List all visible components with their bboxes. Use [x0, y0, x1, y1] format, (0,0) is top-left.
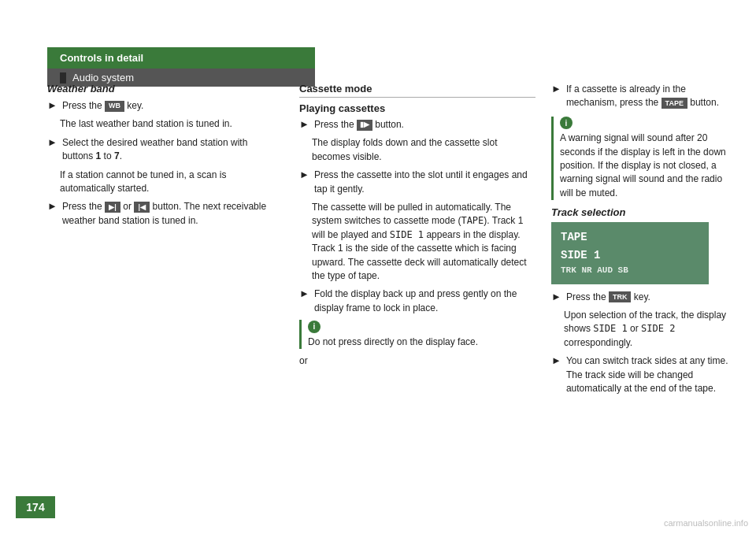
trk-key: TRK: [609, 291, 632, 302]
tape-key: TAPE: [662, 98, 687, 109]
bullet-arrow: ►: [551, 83, 561, 95]
display-screen: TAPE SIDE 1 TRK NR AUD SB: [551, 222, 709, 284]
bullet-arrow: ►: [299, 287, 309, 299]
left-column: Weather band ► Press the WB key. The las…: [47, 83, 276, 400]
bullet-item: ► Select the desired weather band statio…: [47, 136, 276, 164]
bullet-arrow: ►: [47, 200, 57, 212]
bullet-item: ► You can switch track sides at any time…: [551, 354, 732, 395]
playing-cassettes-title: Playing cassettes: [299, 102, 536, 114]
or-text: or: [299, 355, 536, 366]
right-column: Cassette mode Playing cassettes ► Press …: [299, 83, 732, 400]
bullet-text: Press the TRK key.: [566, 291, 650, 304]
bullet-text: Press the ▮▶ button.: [314, 118, 404, 132]
bullet-text: Fold the display back up and press gentl…: [314, 287, 536, 315]
bullet-arrow: ►: [299, 118, 309, 130]
cassette-mode-title: Cassette mode: [299, 83, 536, 98]
bullet-text: Press the cassette into the slot until i…: [314, 169, 536, 196]
main-content: Weather band ► Press the WB key. The las…: [47, 83, 732, 400]
bullet-arrow: ►: [551, 291, 561, 302]
warning-info-text: A warning signal will sound after 20 sec…: [560, 132, 732, 200]
bullet-text: Press the ▶| or |◀ button. The next rece…: [62, 200, 276, 228]
indent-text: The display folds down and the cassette …: [312, 136, 536, 164]
bullet-arrow: ►: [299, 169, 309, 180]
bullet-item: ► Press the cassette into the slot until…: [299, 169, 536, 196]
bullet-item: ► Press the ▮▶ button.: [299, 118, 536, 132]
bullet-text: You can switch track sides at any time. …: [566, 354, 732, 395]
track-section: ► If a cassette is already in the mechan…: [551, 83, 732, 400]
info-icon: i: [308, 321, 321, 333]
indent-text: The last weather band station is tuned i…: [60, 117, 276, 131]
bullet-arrow: ►: [551, 354, 561, 366]
watermark: carmanualsonline.info: [664, 518, 748, 528]
track-selection-title: Track selection: [551, 206, 732, 218]
forward-button: ▶|: [105, 202, 120, 213]
section-header: Controls in detail: [47, 47, 315, 69]
bullet-item: ► Press the ▶| or |◀ button. The next re…: [47, 200, 276, 228]
bullet-text: Select the desired weather band station …: [62, 136, 276, 164]
cassette-mode-section: Cassette mode Playing cassettes ► Press …: [299, 83, 536, 400]
bullet-item: ► Press the WB key.: [47, 99, 276, 113]
warning-info-box: i A warning signal will sound after 20 s…: [551, 117, 732, 200]
bullet-text: If a cassette is already in the mechanis…: [566, 83, 732, 110]
warning-info-icon: i: [560, 117, 573, 129]
display-line-tape: TAPE: [561, 228, 699, 246]
play-button: ▮▶: [357, 120, 372, 131]
wb-key: WB: [105, 101, 124, 112]
display-line-side: SIDE 1: [561, 247, 699, 264]
bullet-arrow: ►: [47, 99, 57, 111]
page-number: 174: [16, 496, 55, 518]
indent-text: The cassette will be pulled in automatic…: [312, 201, 536, 283]
back-button: |◀: [134, 202, 150, 213]
display-line-trk: TRK NR AUD SB: [561, 264, 699, 278]
header-title: Controls in detail: [60, 52, 143, 64]
weather-band-title: Weather band: [47, 83, 276, 95]
bullet-item: ► Fold the display back up and press gen…: [299, 287, 536, 315]
indent-text: Upon selection of the track, the display…: [564, 309, 732, 350]
info-box: i Do not press directly on the display f…: [299, 320, 536, 349]
bullet-arrow: ►: [47, 136, 57, 148]
sub-header-bar: [60, 72, 66, 83]
indent-text: If a station cannot be tuned in, a scan …: [60, 169, 276, 196]
info-text: Do not press directly on the display fac…: [308, 336, 536, 349]
bullet-item: ► If a cassette is already in the mechan…: [551, 83, 732, 110]
bullet-item: ► Press the TRK key.: [551, 291, 732, 304]
sub-header-title: Audio system: [72, 72, 134, 83]
bullet-text: Press the WB key.: [62, 99, 143, 113]
